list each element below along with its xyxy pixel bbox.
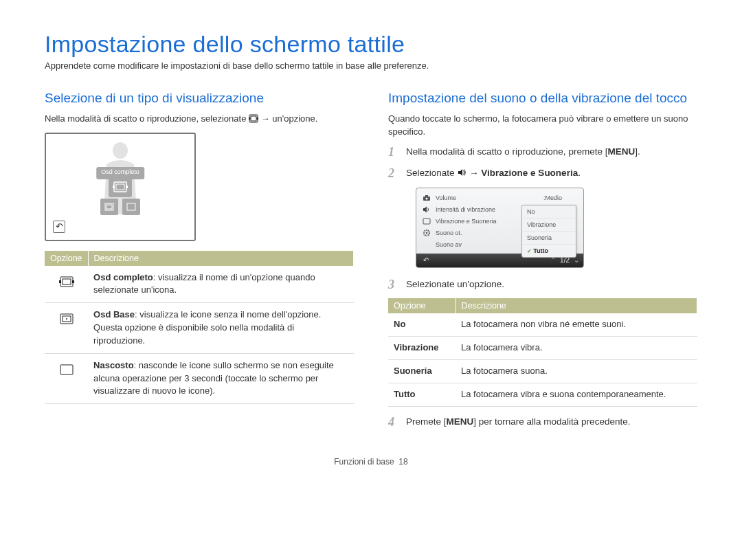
svg-rect-1 [251, 116, 256, 121]
arrow-icon: → un'opzione. [261, 113, 318, 124]
step-number: 1 [388, 145, 399, 159]
osd-completo-icon [45, 266, 88, 303]
step-number: 2 [388, 166, 399, 181]
svg-rect-10 [106, 205, 112, 209]
svg-rect-3 [257, 117, 259, 120]
opt-title: Nascosto [93, 360, 134, 370]
svg-point-25 [426, 232, 428, 234]
dropdown-panel: No Vibrazione Suoneria Tutto [521, 205, 576, 258]
sound-icon [457, 168, 466, 177]
left-heading: Selezione di un tipo di visualizzazione [45, 90, 354, 107]
th-desc: Descrizione [88, 251, 353, 266]
svg-rect-19 [60, 365, 73, 374]
table-row: Osd completo: visualizza il nome di un'o… [45, 266, 354, 303]
dropdown-item[interactable]: No [522, 205, 576, 219]
display-type-preview: Osd completo ↶ [45, 133, 196, 241]
camera-menu-preview: Volume :Medio Intensità di vibrazione Vi… [416, 188, 584, 268]
menu-value: :Medio [543, 194, 579, 201]
th-desc: Descrizione [456, 298, 697, 313]
right-column: Impostazione del suono o della vibrazion… [388, 90, 697, 436]
svg-point-22 [426, 198, 428, 200]
osd-icon-selected [109, 177, 132, 197]
step-2: 2 Selezionate → Vibrazione e Suoneria. [388, 166, 697, 181]
camera-icon [420, 194, 433, 201]
opt-title: Osd Base [93, 309, 135, 320]
svg-point-4 [113, 142, 128, 159]
svg-point-18 [66, 318, 67, 320]
table-row: Osd Base: visualizza le icone senza il n… [45, 303, 354, 354]
table-row: SuoneriaLa fotocamera suona. [388, 360, 697, 383]
svg-rect-7 [113, 186, 115, 188]
table-row: VibrazioneLa fotocamera vibra. [388, 337, 697, 360]
osd-icon-option [122, 199, 140, 215]
svg-rect-15 [72, 280, 74, 283]
back-button[interactable]: ↶ [53, 221, 65, 233]
menu-word: MENU [607, 146, 635, 157]
osd-icon-option [100, 199, 118, 215]
left-intro-a: Nella modalità di scatto o riproduzione,… [45, 113, 249, 124]
page-footer: Funzioni di base 18 [45, 457, 697, 467]
opt-title: Osd completo [93, 272, 153, 282]
svg-rect-6 [116, 184, 124, 190]
step-4: 4 Premete [MENU] per tornare alla modali… [388, 415, 697, 429]
step-number: 4 [388, 415, 399, 429]
osd-base-icon [45, 303, 88, 354]
svg-rect-2 [249, 117, 251, 120]
dropdown-item[interactable]: Vibrazione [522, 219, 576, 232]
menu-label: Volume [433, 194, 543, 201]
back-icon[interactable]: ↶ [420, 256, 431, 265]
table-row: NoLa fotocamera non vibra né emette suon… [388, 313, 697, 336]
gear-menu-icon [420, 229, 433, 237]
step-number: 3 [388, 278, 399, 292]
osd-nascosto-icon [45, 353, 88, 404]
page-subtitle: Apprendete come modificare le impostazio… [45, 60, 697, 71]
sound-options-table: Opzione Descrizione NoLa fotocamera non … [388, 298, 697, 406]
svg-rect-21 [425, 195, 428, 197]
right-heading: Impostazione del suono o della vibrazion… [388, 90, 697, 107]
th-option: Opzione [388, 298, 456, 313]
left-intro: Nella modalità di scatto o riproduzione,… [45, 113, 354, 126]
step-1: 1 Nella modalità di scatto o riproduzion… [388, 145, 697, 159]
display-options-table: Opzione Descrizione Osd completo: visual… [45, 251, 354, 405]
svg-rect-8 [126, 186, 128, 188]
table-row: TuttoLa fotocamera vibra e suona contemp… [388, 383, 697, 406]
dropdown-item[interactable]: Suoneria [522, 232, 576, 245]
osd-display-icon [249, 114, 258, 123]
svg-rect-14 [59, 280, 61, 283]
sound-menu-icon [420, 205, 433, 214]
dropdown-item-selected[interactable]: Tutto [522, 245, 576, 257]
th-option: Opzione [45, 251, 88, 266]
svg-rect-23 [423, 219, 430, 224]
menu-word: MENU [447, 416, 474, 427]
svg-rect-13 [63, 279, 71, 284]
pager-text: 1/2 [560, 256, 570, 264]
right-intro: Quando toccate lo schermo, la fotocamera… [388, 113, 697, 139]
table-row: Nascosto: nasconde le icone sullo scherm… [45, 353, 354, 404]
page-title: Impostazione dello schermo tattile [45, 31, 697, 58]
left-column: Selezione di un tipo di visualizzazione … [45, 90, 354, 436]
display-menu-icon [420, 218, 433, 225]
chevron-down-icon[interactable]: ⌄ [574, 256, 579, 264]
step-3: 3 Selezionate un'opzione. [388, 278, 697, 292]
chevron-up-icon[interactable]: ⌃ [550, 256, 556, 264]
svg-rect-11 [127, 203, 135, 210]
